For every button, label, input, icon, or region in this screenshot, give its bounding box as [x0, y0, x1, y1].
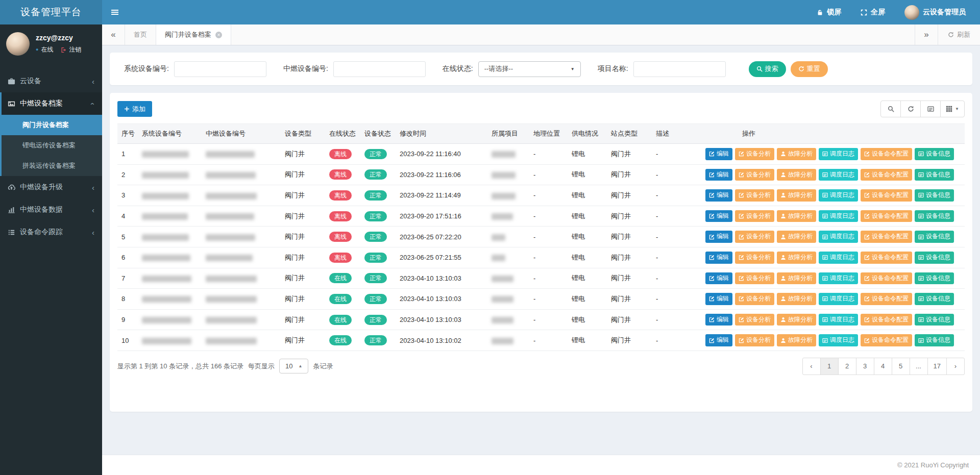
device-analysis-button[interactable]: 设备分析	[735, 231, 774, 243]
sidebar-item-device-command-tracking-link[interactable]: 设备命令跟踪‹	[0, 221, 102, 243]
fault-analysis-button[interactable]: 故障分析	[777, 169, 816, 181]
tab-valve-well-device-archive[interactable]: 阀门井设备档案×	[156, 24, 231, 45]
edit-button[interactable]: 编辑	[705, 189, 732, 202]
add-button[interactable]: 添加	[117, 101, 152, 117]
edit-button[interactable]: 编辑	[705, 210, 732, 222]
page-17-button[interactable]: 17	[927, 358, 947, 375]
table-refresh-button[interactable]	[900, 101, 921, 117]
project-name-input[interactable]	[633, 61, 726, 77]
device-analysis-button[interactable]: 设备分析	[735, 293, 774, 305]
edit-button[interactable]: 编辑	[705, 148, 732, 160]
device-info-button[interactable]: 设备信息	[915, 189, 954, 202]
device-command-config-button[interactable]: 设备命令配置	[861, 293, 912, 305]
device-analysis-button[interactable]: 设备分析	[735, 252, 774, 264]
device-info-button[interactable]: 设备信息	[915, 169, 954, 181]
device-command-config-button[interactable]: 设备命令配置	[861, 189, 912, 202]
fault-analysis-button[interactable]: 故障分析	[777, 293, 816, 305]
device-analysis-button[interactable]: 设备分析	[735, 210, 774, 222]
device-info-button[interactable]: 设备信息	[915, 334, 954, 346]
next-page-button[interactable]: ›	[946, 358, 965, 375]
device-analysis-button[interactable]: 设备分析	[735, 314, 774, 326]
dispatch-log-button[interactable]: 调度日志	[819, 272, 858, 285]
tab-home[interactable]: 首页	[125, 24, 156, 45]
device-analysis-button[interactable]: 设备分析	[735, 148, 774, 160]
search-button[interactable]: 搜索	[749, 61, 786, 77]
sidebar-item-valve-well-device-archive[interactable]: 阀门井设备档案	[2, 115, 102, 135]
device-command-config-button[interactable]: 设备命令配置	[861, 252, 912, 264]
device-info-button[interactable]: 设备信息	[915, 293, 954, 305]
fault-analysis-button[interactable]: 故障分析	[777, 148, 816, 160]
page-size-select[interactable]: 10 ▲	[279, 359, 308, 373]
device-analysis-button[interactable]: 设备分析	[735, 272, 774, 285]
fault-analysis-button[interactable]: 故障分析	[777, 231, 816, 243]
device-info-button[interactable]: 设备信息	[915, 231, 954, 243]
device-info-button[interactable]: 设备信息	[915, 210, 954, 222]
lock-screen-button[interactable]: 锁屏	[817, 8, 841, 17]
edit-button[interactable]: 编辑	[705, 272, 732, 285]
sidebar-item-gas-device-data-link[interactable]: 中燃设备数据‹	[0, 198, 102, 221]
app-logo[interactable]: 设备管理平台	[0, 0, 102, 24]
device-command-config-button[interactable]: 设备命令配置	[861, 169, 912, 181]
dispatch-log-button[interactable]: 调度日志	[819, 252, 858, 264]
dispatch-log-button[interactable]: 调度日志	[819, 293, 858, 305]
edit-button[interactable]: 编辑	[705, 252, 732, 264]
prev-page-button[interactable]: ‹	[802, 358, 821, 375]
device-command-config-button[interactable]: 设备命令配置	[861, 148, 912, 160]
device-command-config-button[interactable]: 设备命令配置	[861, 272, 912, 285]
edit-button[interactable]: 编辑	[705, 231, 732, 243]
edit-button[interactable]: 编辑	[705, 169, 732, 181]
edit-button[interactable]: 编辑	[705, 334, 732, 346]
device-info-button[interactable]: 设备信息	[915, 314, 954, 326]
table-columns-button[interactable]: ▼	[940, 101, 965, 117]
device-command-config-button[interactable]: 设备命令配置	[861, 334, 912, 346]
dispatch-log-button[interactable]: 调度日志	[819, 210, 858, 222]
tabs-scroll-left-button[interactable]: «	[102, 24, 125, 45]
fault-analysis-button[interactable]: 故障分析	[777, 210, 816, 222]
sidebar-item-assembled-remote-device-archive[interactable]: 拼装远传设备档案	[2, 156, 102, 176]
device-command-config-button[interactable]: 设备命令配置	[861, 314, 912, 326]
device-analysis-button[interactable]: 设备分析	[735, 189, 774, 202]
device-info-button[interactable]: 设备信息	[915, 252, 954, 264]
dispatch-log-button[interactable]: 调度日志	[819, 148, 858, 160]
table-detail-view-button[interactable]	[920, 101, 941, 117]
tab-close-icon[interactable]: ×	[215, 32, 222, 38]
sidebar-item-gas-device-upgrade-link[interactable]: 中燃设备升级‹	[0, 176, 102, 198]
table-search-button[interactable]	[880, 101, 901, 117]
logout-button[interactable]: 注销	[61, 45, 81, 54]
sidebar-toggle-button[interactable]	[102, 0, 128, 24]
edit-button[interactable]: 编辑	[705, 293, 732, 305]
reset-button[interactable]: 重置	[791, 61, 828, 77]
page-4-button[interactable]: 4	[874, 358, 892, 375]
dispatch-log-button[interactable]: 调度日志	[819, 231, 858, 243]
page-1-button[interactable]: 1	[820, 358, 839, 375]
fault-analysis-button[interactable]: 故障分析	[777, 189, 816, 202]
device-info-button[interactable]: 设备信息	[915, 148, 954, 160]
gas-device-no-input[interactable]	[333, 61, 426, 77]
page-5-button[interactable]: 5	[892, 358, 910, 375]
dispatch-log-button[interactable]: 调度日志	[819, 169, 858, 181]
edit-button[interactable]: 编辑	[705, 314, 732, 326]
sidebar-item-cloud-devices-link[interactable]: 云设备‹	[0, 70, 102, 92]
fullscreen-button[interactable]: 全屏	[861, 8, 885, 17]
system-device-no-input[interactable]	[174, 61, 266, 77]
fault-analysis-button[interactable]: 故障分析	[777, 314, 816, 326]
online-status-select[interactable]: --请选择--▼	[478, 61, 581, 77]
device-command-config-button[interactable]: 设备命令配置	[861, 231, 912, 243]
dispatch-log-button[interactable]: 调度日志	[819, 189, 858, 202]
device-analysis-button[interactable]: 设备分析	[735, 169, 774, 181]
sidebar-item-lithium-remote-device-archive[interactable]: 锂电远传设备档案	[2, 135, 102, 156]
sidebar-item-gas-device-archive-link[interactable]: 中燃设备档案‹	[2, 92, 102, 115]
fault-analysis-button[interactable]: 故障分析	[777, 272, 816, 285]
fault-analysis-button[interactable]: 故障分析	[777, 334, 816, 346]
dispatch-log-button[interactable]: 调度日志	[819, 314, 858, 326]
tabs-scroll-right-button[interactable]: »	[915, 24, 938, 45]
user-menu-button[interactable]: 云设备管理员	[904, 5, 966, 20]
fault-analysis-button[interactable]: 故障分析	[777, 252, 816, 264]
page-2-button[interactable]: 2	[838, 358, 856, 375]
page-3-button[interactable]: 3	[856, 358, 874, 375]
device-info-button[interactable]: 设备信息	[915, 272, 954, 285]
tab-refresh-button[interactable]: 刷新	[938, 24, 980, 45]
dispatch-log-button[interactable]: 调度日志	[819, 334, 858, 346]
device-command-config-button[interactable]: 设备命令配置	[861, 210, 912, 222]
device-analysis-button[interactable]: 设备分析	[735, 334, 774, 346]
